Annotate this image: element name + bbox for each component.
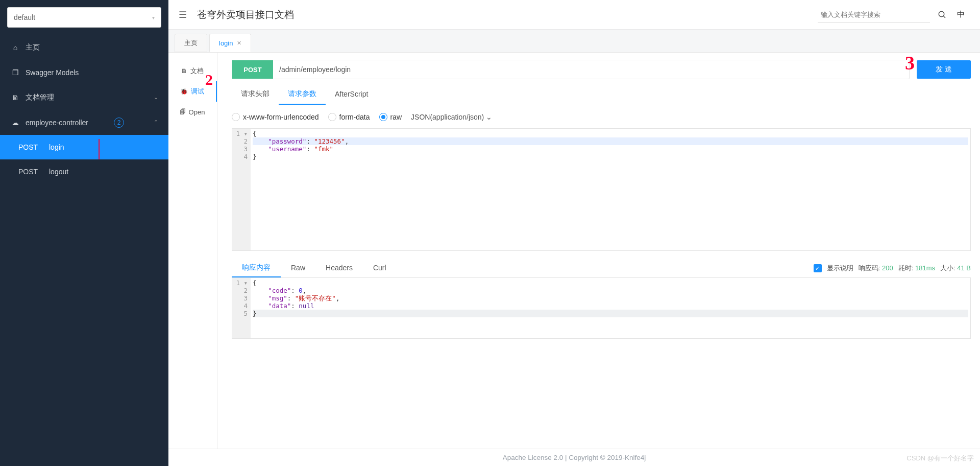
reqtab-params[interactable]: 请求参数	[279, 84, 326, 105]
nav-docmgr[interactable]: 🗎 文档管理 ⌄	[0, 85, 168, 110]
content-type-value: JSON(application/json)	[411, 113, 484, 121]
radio-formdata-label: form-data	[339, 113, 370, 121]
nav-models-label: Swagger Models	[26, 68, 79, 77]
method-label: POST	[18, 168, 49, 176]
close-icon[interactable]: ✕	[237, 40, 241, 46]
chevron-down-icon: ⌄	[486, 113, 492, 121]
cube-icon: ❒	[10, 68, 20, 77]
home-icon: ⌂	[10, 43, 20, 52]
menu-toggle-icon[interactable]: ☰	[179, 9, 187, 20]
tabs: 主页 login ✕	[168, 30, 980, 52]
search-input[interactable]	[818, 7, 930, 23]
footer-text: Apache License 2.0 | Copyright © 2019-Kn…	[503, 454, 646, 461]
radio-urlencoded-label: x-www-form-urlencoded	[243, 113, 319, 121]
mini-open[interactable]: 🗐 Open	[168, 102, 217, 122]
mini-debug[interactable]: 🐞 调试	[168, 81, 217, 102]
main: ☰ 苍穹外卖项目接口文档 中 主页 login ✕ �	[168, 0, 980, 466]
mini-doc-label: 文档	[190, 66, 204, 76]
url-input[interactable]: /admin/employee/login	[273, 60, 909, 79]
chevron-up-icon: ⌃	[154, 119, 158, 126]
sidebar: default ▾ ⌂ 主页 ❒ Swagger Models 🗎 文档管理 ⌄…	[0, 0, 168, 466]
cloud-icon: ☁	[10, 119, 20, 127]
chevron-down-icon: ▾	[152, 15, 155, 20]
radio-raw[interactable]: raw	[379, 113, 402, 121]
language-toggle[interactable]: 中	[951, 6, 970, 24]
nav-models[interactable]: ❒ Swagger Models	[0, 60, 168, 85]
nav-login-label: login	[49, 143, 64, 151]
page-title: 苍穹外卖项目接口文档	[197, 8, 818, 21]
show-desc-label: 显示说明	[827, 264, 853, 273]
watermark: CSDN @有一个好名字	[906, 454, 974, 463]
svg-line-1	[943, 16, 945, 18]
content-type-select[interactable]: JSON(application/json) ⌄	[411, 113, 492, 121]
http-method: POST	[232, 60, 273, 79]
request-body-code: { "password": "123456", "username": "fmk…	[251, 129, 970, 250]
mini-doc[interactable]: 🗎 文档	[168, 61, 217, 81]
nav-home-label: 主页	[26, 43, 40, 52]
nav-controller-label: employee-controller	[26, 119, 88, 127]
tab-login[interactable]: login ✕	[209, 34, 251, 52]
group-select[interactable]: default ▾	[7, 7, 161, 28]
reqtab-headers[interactable]: 请求头部	[232, 84, 279, 105]
resptab-curl[interactable]: Curl	[363, 259, 397, 277]
bug-icon: 🐞	[180, 88, 188, 95]
resptab-headers[interactable]: Headers	[315, 259, 363, 277]
time-value: 181ms	[915, 264, 935, 272]
file-icon: 🗎	[181, 67, 187, 75]
time-label: 耗时:	[898, 264, 914, 272]
show-desc-checkbox[interactable]: ✓	[814, 264, 822, 272]
svg-point-0	[939, 11, 944, 17]
doc-icon: 🗎	[10, 94, 20, 102]
radio-formdata[interactable]: form-data	[328, 113, 370, 121]
open-icon: 🗐	[180, 108, 186, 115]
size-value: 41 B	[957, 264, 971, 272]
left-mini-nav: 🗎 文档 🐞 调试 🗐 Open	[168, 53, 217, 449]
request-body-editor[interactable]: 1 ▾ 234 { "password": "123456", "usernam…	[232, 128, 971, 251]
nav-employee-controller[interactable]: ☁ employee-controller 2 ⌃	[0, 110, 168, 135]
nav-login[interactable]: POST login	[0, 135, 168, 159]
tab-home[interactable]: 主页	[175, 34, 207, 52]
response-body-editor[interactable]: 1 ▾ 2345 { "code": 0, "msg": "账号不存在", "d…	[232, 277, 971, 339]
status-value: 200	[882, 264, 893, 272]
size-label: 大小:	[940, 264, 955, 272]
nav-docmgr-label: 文档管理	[26, 93, 54, 102]
footer: Apache License 2.0 | Copyright © 2019-Kn…	[168, 449, 980, 466]
resptab-raw[interactable]: Raw	[281, 259, 315, 277]
radio-raw-label: raw	[390, 113, 402, 121]
mini-debug-label: 调试	[191, 87, 204, 96]
tab-login-label: login	[219, 39, 233, 47]
controller-badge: 2	[114, 118, 124, 128]
mini-open-label: Open	[189, 108, 205, 116]
search-icon[interactable]	[933, 6, 951, 24]
method-label: POST	[18, 143, 49, 151]
send-button[interactable]: 发 送	[917, 60, 971, 79]
response-body-code: { "code": 0, "msg": "账号不存在", "data": nul…	[251, 278, 970, 338]
nav-logout-label: logout	[49, 168, 68, 176]
status-label: 响应码:	[859, 264, 880, 272]
nav-home[interactable]: ⌂ 主页	[0, 35, 168, 60]
resptab-content[interactable]: 响应内容	[232, 259, 281, 277]
radio-urlencoded[interactable]: x-www-form-urlencoded	[232, 113, 319, 121]
group-select-value: default	[14, 13, 35, 21]
reqtab-afterscript[interactable]: AfterScript	[326, 84, 377, 105]
chevron-down-icon: ⌄	[154, 94, 158, 101]
nav-logout[interactable]: POST logout	[0, 159, 168, 184]
tab-home-label: 主页	[184, 38, 198, 48]
header: ☰ 苍穹外卖项目接口文档 中	[168, 0, 980, 30]
